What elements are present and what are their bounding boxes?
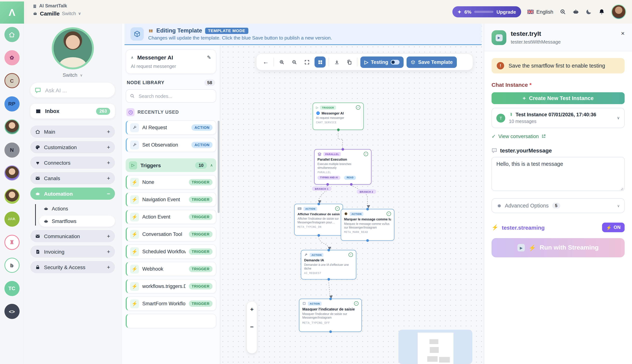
user-avatar[interactable]: [611, 4, 626, 19]
input-handle[interactable]: [327, 249, 330, 252]
sidebar-item-inbox[interactable]: Inbox 263: [30, 104, 115, 118]
ask-ai-box[interactable]: [30, 83, 115, 98]
language-selector[interactable]: English: [527, 9, 553, 15]
flow-node-parallel[interactable]: PARALLEL ✓ Parallel Execution Execute mu…: [314, 149, 371, 184]
output-handle-1[interactable]: [326, 183, 329, 186]
node-library-item-trigger[interactable]: ⚡ Scheduled Workflow TRIGGER: [126, 244, 216, 259]
output-handle-2[interactable]: [350, 183, 353, 186]
testing-toggle[interactable]: [391, 60, 400, 64]
flow-node-ai-request[interactable]: ACTION ✓ Demande IA Demander à une IA d'…: [301, 250, 356, 280]
input-handle[interactable]: [329, 298, 332, 300]
node-library-item-trigger[interactable]: ⚡ Webhook TRIGGER: [126, 262, 216, 276]
output-handle[interactable]: [329, 330, 332, 333]
view-conversation-link[interactable]: ✓ View conversation: [492, 133, 624, 139]
flow-node-typing-off[interactable]: ACTION ✓ Masquer l'indicateur de saisie …: [299, 299, 362, 332]
ai-assistant-icon[interactable]: [572, 8, 579, 15]
switch-workspace[interactable]: Switch: [62, 11, 76, 17]
output-typing-and-ai[interactable]: TYPING AND AI: [317, 176, 340, 180]
sidebar-item-main[interactable]: Main +: [30, 126, 115, 138]
collapse-chevron-icon[interactable]: ∧: [131, 56, 134, 60]
run-with-streaming-button[interactable]: ▶ ⚡ Run with Streaming: [492, 238, 624, 257]
expand-toggle[interactable]: +: [107, 144, 110, 150]
sidebar-subitem-actions[interactable]: Actions: [39, 203, 115, 214]
download-button[interactable]: [332, 57, 341, 67]
scrollbar-thumb[interactable]: [218, 121, 220, 213]
workspace-avatar-workspace-jfr[interactable]: J.F.R.: [4, 212, 20, 227]
node-library-item-action[interactable]: Set Observation ACTION: [126, 138, 216, 152]
node-library-item-trigger[interactable]: ⚡ None TRIGGER: [126, 175, 216, 190]
advanced-options-toggle[interactable]: Advanced Options 5 ∨: [492, 198, 624, 213]
expand-toggle[interactable]: +: [107, 248, 110, 255]
sidebar-item-communication[interactable]: Communication +: [30, 230, 115, 242]
create-test-instance-button[interactable]: + Create New Test Instance: [492, 92, 624, 104]
edit-pencil-icon[interactable]: ✎: [207, 55, 211, 60]
sidebar-item-invoicing[interactable]: Invoicing +: [30, 246, 115, 258]
sidebar-item-customization[interactable]: Customization +: [30, 141, 115, 153]
expand-toggle[interactable]: −: [107, 190, 110, 197]
grid-layout-button[interactable]: [315, 56, 326, 68]
expand-toggle[interactable]: +: [107, 128, 110, 135]
zoom-in-control[interactable]: +: [250, 306, 254, 313]
flow-node-trigger-messenger[interactable]: ▷ TRIGGER ✓ Messenger AI AI request mess…: [313, 103, 364, 130]
close-icon[interactable]: ×: [621, 30, 624, 45]
brand-logo[interactable]: Λ: [0, 2, 24, 24]
node-library-item-trigger[interactable]: ⚡ workflows.triggers.DIC... TRIGGER: [126, 279, 216, 294]
zoom-out-button[interactable]: [289, 57, 299, 67]
duplicate-button[interactable]: [344, 57, 354, 67]
sidebar-item-canals[interactable]: Canals +: [30, 172, 115, 184]
ask-ai-input[interactable]: [44, 86, 111, 94]
canvas-minimap[interactable]: [398, 330, 472, 364]
output-handle[interactable]: [337, 128, 339, 131]
workspace-avatar-workspace-support[interactable]: [4, 188, 20, 204]
workspace-avatar-workspace-rp[interactable]: RP: [4, 96, 20, 111]
switch-profile[interactable]: Switch∨: [30, 72, 115, 78]
search-icon[interactable]: [560, 8, 566, 15]
sidebar-item-security-access[interactable]: Security & Access +: [30, 261, 115, 273]
output-handle[interactable]: [317, 234, 320, 237]
sidebar-item-automation[interactable]: Automation −: [30, 188, 115, 200]
workspace-avatar-workspace-tc[interactable]: TC: [4, 281, 20, 296]
node-library-item-trigger[interactable]: ⚡ SmartForm Workflow TRIGGER: [126, 296, 216, 311]
input-handle[interactable]: [317, 203, 320, 205]
output-handle[interactable]: [327, 278, 330, 280]
workspace-avatar-workspace-castle[interactable]: ♜: [4, 234, 20, 250]
node-library-item-trigger[interactable]: ⚡ Navigation Event TRIGGER: [126, 192, 216, 207]
workspace-avatar-home[interactable]: [4, 27, 20, 42]
node-library-item-trigger[interactable]: ⚡ Conversation Tool TRIGGER: [126, 227, 216, 242]
streaming-on-toggle[interactable]: ⚡ON: [602, 222, 624, 232]
zoom-out-control[interactable]: −: [250, 324, 254, 330]
notifications-bell-icon[interactable]: [598, 8, 605, 15]
flow-canvas[interactable]: ← ▷ Testing Save Template ▷: [220, 24, 484, 364]
save-template-button[interactable]: Save Template: [407, 56, 457, 68]
workspace-avatar-workspace-code[interactable]: <>: [4, 304, 20, 319]
expand-toggle[interactable]: +: [107, 160, 110, 166]
workspace-avatar-workspace-b[interactable]: b: [4, 258, 20, 273]
test-message-input[interactable]: Hello, this is a test message: [492, 157, 624, 191]
workspace-avatar-workspace-c[interactable]: C: [4, 73, 20, 88]
workspace-avatar-workspace-camille[interactable]: [4, 119, 20, 134]
node-search-input[interactable]: [138, 93, 212, 99]
triggers-group-header[interactable]: ▷ Triggers 10 ∧: [126, 158, 216, 172]
input-handle[interactable]: [341, 148, 344, 150]
dark-mode-icon[interactable]: [585, 8, 592, 15]
expand-toggle[interactable]: +: [107, 264, 110, 270]
sidebar-item-connectors[interactable]: Connectors +: [30, 156, 115, 169]
node-library-item-trigger[interactable]: ⚡ Action Event TRIGGER: [126, 210, 216, 224]
expand-toggle[interactable]: +: [107, 175, 110, 181]
node-search-box[interactable]: [126, 89, 216, 103]
workspace-avatar-workspace-n[interactable]: N: [4, 142, 20, 158]
flow-node-mark-read[interactable]: ACTION ✓ Marquer le message comme lu Mar…: [341, 209, 394, 241]
expand-toggle[interactable]: +: [107, 233, 110, 239]
test-instance-select[interactable]: T Test Instance 07/01/2026, 17:40:36 10 …: [492, 108, 624, 128]
testing-button[interactable]: ▷ Testing: [360, 56, 404, 68]
sidebar-subitem-smartflows[interactable]: Smartflows: [39, 216, 115, 227]
output-read[interactable]: READ: [344, 176, 356, 180]
output-handle[interactable]: [366, 239, 369, 242]
upgrade-button[interactable]: ✦ 6% Upgrade: [452, 6, 521, 17]
workspace-avatar-workspace-jardin[interactable]: ✿: [4, 50, 20, 65]
fit-view-button[interactable]: [302, 57, 312, 67]
back-button[interactable]: ←: [261, 57, 271, 67]
node-library-item-action[interactable]: AI Request ACTION: [126, 120, 216, 135]
node-library-item-trigger[interactable]: [126, 314, 216, 328]
input-handle[interactable]: [366, 208, 369, 210]
